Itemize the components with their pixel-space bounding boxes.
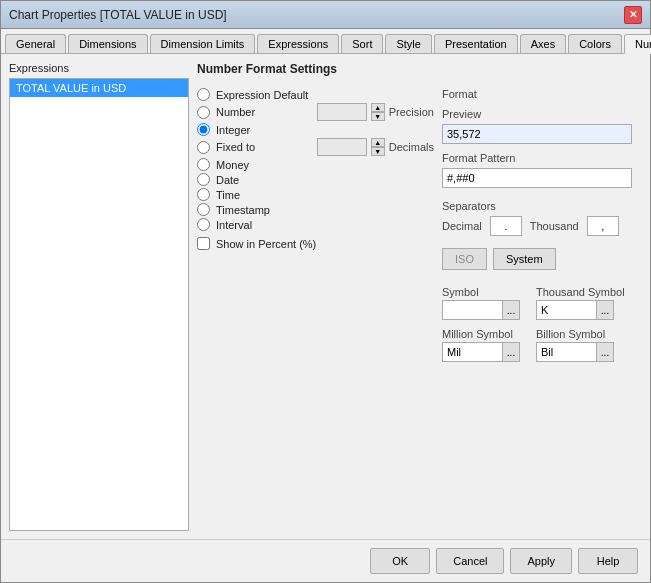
symbol-input[interactable] [442,300,502,320]
precision-up[interactable]: ▲ [371,103,385,112]
format-pattern-input[interactable] [442,168,632,188]
precision-label: Precision [389,106,434,118]
decimals-label: Decimals [389,141,434,153]
thousand-symbol-label: Thousand Symbol [536,286,625,298]
separators-row: Decimal Thousand [442,216,642,236]
radio-integer[interactable] [197,123,210,136]
title-bar: Chart Properties [TOTAL VALUE in USD] ✕ [1,1,650,29]
radio-fixed[interactable] [197,141,210,154]
million-symbol-input-row: ... [442,342,520,362]
million-symbol-label: Million Symbol [442,328,520,340]
billion-symbol-input[interactable] [536,342,596,362]
symbol-row-2: Million Symbol ... Billion Symbol [442,328,642,362]
million-symbol-input[interactable] [442,342,502,362]
thousand-symbol-input-row: ... [536,300,625,320]
symbol-browse-btn[interactable]: ... [502,300,520,320]
main-content-area: Expression Default Number ▲ ▼ Precisi [197,88,642,362]
radio-number-row: Number ▲ ▼ Precision [197,103,434,121]
million-symbol-browse-btn[interactable]: ... [502,342,520,362]
close-button[interactable]: ✕ [624,6,642,24]
radio-time[interactable] [197,188,210,201]
cancel-button[interactable]: Cancel [436,548,504,574]
tab-axes[interactable]: Axes [520,34,566,53]
radio-number-label: Number [216,106,255,118]
separators-section: Separators Decimal Thousand [442,200,642,236]
format-pattern-label: Format Pattern [442,152,642,164]
radio-fixed-label: Fixed to [216,141,255,153]
show-percent-row: Show in Percent (%) [197,237,434,250]
precision-input[interactable] [317,103,367,121]
radio-timestamp[interactable] [197,203,210,216]
radio-fixed-row: Fixed to ▲ ▼ Decimals [197,138,434,156]
million-symbol-group: Million Symbol ... [442,328,520,362]
expression-item[interactable]: TOTAL VALUE in USD [10,79,188,97]
decimals-spinners: ▲ ▼ [371,138,385,156]
tab-number[interactable]: Number [624,34,651,54]
thousand-symbol-input[interactable] [536,300,596,320]
preview-value: 35,572 [442,124,632,144]
billion-symbol-browse-btn[interactable]: ... [596,342,614,362]
system-button[interactable]: System [493,248,556,270]
footer-buttons: OK Cancel Apply Help [1,539,650,582]
separators-label: Separators [442,200,642,212]
radio-interval[interactable] [197,218,210,231]
ok-button[interactable]: OK [370,548,430,574]
radio-money-row: Money [197,158,434,171]
iso-button[interactable]: ISO [442,248,487,270]
symbol-section: Symbol ... Thousand Symbol [442,282,642,362]
format-label: Format [442,88,642,100]
billion-symbol-input-row: ... [536,342,614,362]
tabs-bar: General Dimensions Dimension Limits Expr… [1,29,650,54]
right-panel: Number Format Settings Expression Defaul… [197,62,642,531]
radio-expression-default-label: Expression Default [216,89,308,101]
billion-symbol-label: Billion Symbol [536,328,614,340]
tab-presentation[interactable]: Presentation [434,34,518,53]
precision-down[interactable]: ▼ [371,112,385,121]
help-button[interactable]: Help [578,548,638,574]
decimal-label: Decimal [442,220,482,232]
radio-integer-label: Integer [216,124,250,136]
symbol-label: Symbol [442,286,520,298]
tab-style[interactable]: Style [385,34,431,53]
tab-colors[interactable]: Colors [568,34,622,53]
tab-sort[interactable]: Sort [341,34,383,53]
radio-timestamp-row: Timestamp [197,203,434,216]
thousand-label: Thousand [530,220,579,232]
show-percent-checkbox[interactable] [197,237,210,250]
section-title: Number Format Settings [197,62,642,76]
radio-interval-label: Interval [216,219,252,231]
symbol-group: Symbol ... [442,286,520,320]
thousand-symbol-browse-btn[interactable]: ... [596,300,614,320]
left-panel: Expressions TOTAL VALUE in USD [9,62,189,531]
tab-expressions[interactable]: Expressions [257,34,339,53]
radio-date-label: Date [216,174,239,186]
iso-sys-row: ISO System [442,248,642,270]
radio-time-row: Time [197,188,434,201]
decimals-input[interactable] [317,138,367,156]
show-percent-label: Show in Percent (%) [216,238,316,250]
radio-money[interactable] [197,158,210,171]
expressions-list: TOTAL VALUE in USD [9,78,189,531]
number-format-left: Expression Default Number ▲ ▼ Precisi [197,88,434,362]
decimals-down[interactable]: ▼ [371,147,385,156]
radio-interval-row: Interval [197,218,434,231]
tab-dimensions[interactable]: Dimensions [68,34,147,53]
decimal-input[interactable] [490,216,522,236]
radio-number[interactable] [197,106,210,119]
window-title: Chart Properties [TOTAL VALUE in USD] [9,8,227,22]
number-format-right: Format Preview 35,572 Format Pattern Sep… [442,88,642,362]
thousand-input[interactable] [587,216,619,236]
radio-date[interactable] [197,173,210,186]
radio-expression-default[interactable] [197,88,210,101]
radio-time-label: Time [216,189,240,201]
radio-money-label: Money [216,159,249,171]
tab-dimension-limits[interactable]: Dimension Limits [150,34,256,53]
radio-date-row: Date [197,173,434,186]
main-window: Chart Properties [TOTAL VALUE in USD] ✕ … [0,0,651,583]
radio-integer-row: Integer [197,123,434,136]
decimals-up[interactable]: ▲ [371,138,385,147]
apply-button[interactable]: Apply [510,548,572,574]
radio-timestamp-label: Timestamp [216,204,270,216]
expressions-label: Expressions [9,62,189,74]
tab-general[interactable]: General [5,34,66,53]
